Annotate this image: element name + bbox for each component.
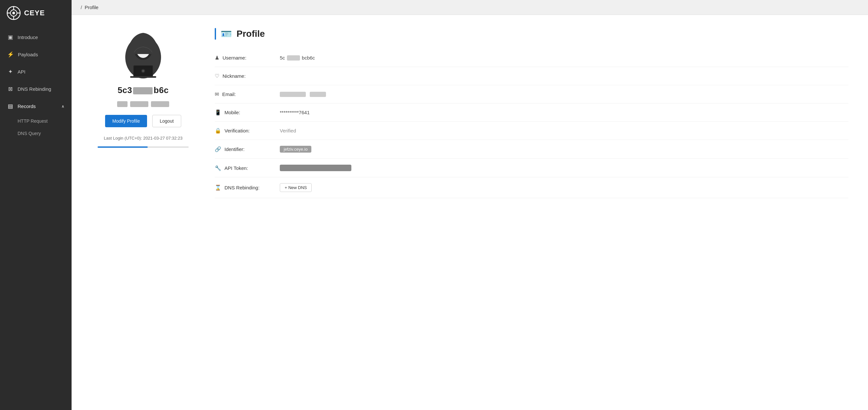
- dns-rebinding-icon: ⊠: [7, 86, 14, 92]
- svg-rect-15: [130, 76, 156, 78]
- email-icon: ✉: [215, 91, 219, 97]
- sidebar-item-introduce[interactable]: ▣ Introduce: [0, 29, 71, 46]
- token-block-1: [117, 101, 127, 107]
- sidebar-item-label: Records: [18, 103, 36, 109]
- email-blur-1: [280, 92, 306, 97]
- username-icon: ♟: [215, 55, 219, 61]
- sidebar-item-label: DNS Rebinding: [18, 86, 51, 92]
- profile-title: 🪪 Profile: [215, 28, 848, 40]
- sidebar-item-http-request[interactable]: HTTP Request: [0, 115, 71, 127]
- info-row-verification: 🔒 Verification: Verified: [215, 122, 848, 140]
- verification-value: Verified: [280, 128, 296, 133]
- username-display: 5c3b6c: [118, 85, 168, 95]
- username-blur: [287, 55, 300, 61]
- breadcrumb-separator: /: [81, 5, 82, 10]
- verification-icon: 🔒: [215, 128, 221, 134]
- sidebar-item-records[interactable]: ▤ Records ∧: [0, 98, 71, 115]
- nickname-label: ♡ Nickname:: [215, 73, 280, 79]
- info-row-username: ♟ Username: 5c bcb6c: [215, 49, 848, 67]
- username-label: ♟ Username:: [215, 55, 280, 61]
- token-block-3: [151, 101, 169, 107]
- action-buttons: Modify Profile Logout: [105, 115, 181, 127]
- identifier-badge: jefziv.ceye.io: [280, 146, 311, 153]
- dns-rebinding-field-icon: ⌛: [215, 185, 221, 191]
- info-row-api-token: 🔧 API Token:: [215, 159, 848, 177]
- identifier-label: 🔗 Identifier:: [215, 146, 280, 152]
- sub-item-label: HTTP Request: [18, 119, 48, 124]
- new-dns-button[interactable]: + New DNS: [280, 183, 312, 192]
- records-sub-nav: HTTP Request DNS Query: [0, 115, 71, 139]
- profile-title-icon: 🪪: [221, 29, 232, 39]
- svg-point-14: [142, 70, 144, 72]
- mobile-label: 📱 Mobile:: [215, 109, 280, 116]
- payloads-icon: ⚡: [7, 51, 14, 58]
- email-value: [280, 92, 326, 97]
- sidebar-item-api[interactable]: ✦ API: [0, 63, 71, 81]
- token-bar: [117, 101, 169, 107]
- email-blur-2: [310, 92, 326, 97]
- logo-text: CEYE: [24, 9, 45, 17]
- sidebar-item-label: Introduce: [18, 34, 38, 40]
- info-row-nickname: ♡ Nickname:: [215, 67, 848, 85]
- logout-button[interactable]: Logout: [152, 115, 181, 127]
- dns-rebinding-value: + New DNS: [280, 183, 312, 192]
- sidebar-item-label: API: [18, 69, 25, 74]
- api-token-blur: [280, 165, 351, 171]
- mobile-value: **********7641: [280, 109, 310, 115]
- username-value: 5c bcb6c: [280, 55, 315, 61]
- info-row-mobile: 📱 Mobile: **********7641: [215, 103, 848, 122]
- modify-profile-button[interactable]: Modify Profile: [105, 115, 147, 127]
- sidebar-item-label: Payloads: [18, 52, 38, 57]
- logo-container: CEYE: [0, 0, 71, 26]
- sidebar-item-payloads[interactable]: ⚡ Payloads: [0, 46, 71, 63]
- dns-rebinding-label: ⌛ DNS Rebinding:: [215, 185, 280, 191]
- content-area: 5c3b6c Modify Profile Logout Last Login …: [71, 15, 868, 410]
- info-row-email: ✉ Email:: [215, 85, 848, 103]
- sidebar: CEYE ▣ Introduce ⚡ Payloads ✦ API ⊠ DNS …: [0, 0, 71, 410]
- info-row-identifier: 🔗 Identifier: jefziv.ceye.io: [215, 140, 848, 159]
- last-login: Last Login (UTC+0): 2021-03-27 07:32:23: [104, 136, 183, 140]
- api-token-icon: 🔧: [215, 165, 221, 171]
- token-block-2: [130, 101, 148, 107]
- avatar: [117, 28, 169, 80]
- info-row-dns-rebinding: ⌛ DNS Rebinding: + New DNS: [215, 177, 848, 198]
- profile-section-heading: Profile: [237, 29, 265, 39]
- username-blur-1: [133, 87, 153, 94]
- sub-item-label: DNS Query: [18, 131, 41, 136]
- api-token-value: [280, 165, 351, 171]
- api-icon: ✦: [7, 68, 14, 75]
- progress-bar: [98, 147, 189, 148]
- api-token-label: 🔧 API Token:: [215, 165, 280, 171]
- sidebar-item-dns-rebinding[interactable]: ⊠ DNS Rebinding: [0, 81, 71, 98]
- sidebar-navigation: ▣ Introduce ⚡ Payloads ✦ API ⊠ DNS Rebin…: [0, 29, 71, 139]
- main-content: / Profile: [71, 0, 868, 410]
- right-panel: 🪪 Profile ♟ Username: 5c bcb6c ♡: [215, 28, 848, 198]
- logo-icon: [6, 6, 21, 20]
- breadcrumb: / Profile: [71, 0, 868, 15]
- sidebar-item-dns-query[interactable]: DNS Query: [0, 127, 71, 139]
- chevron-up-icon: ∧: [61, 104, 64, 109]
- records-icon: ▤: [7, 103, 14, 109]
- left-panel: 5c3b6c Modify Profile Logout Last Login …: [91, 28, 195, 148]
- profile-title-bar: [215, 28, 216, 40]
- verification-label: 🔒 Verification:: [215, 128, 280, 134]
- identifier-icon: 🔗: [215, 146, 221, 152]
- progress-bar-fill: [98, 147, 148, 148]
- nickname-icon: ♡: [215, 73, 219, 79]
- mobile-icon: 📱: [215, 109, 221, 116]
- introduce-icon: ▣: [7, 34, 14, 41]
- svg-point-6: [12, 12, 15, 14]
- breadcrumb-current: Profile: [85, 5, 99, 10]
- email-label: ✉ Email:: [215, 91, 280, 97]
- identifier-value: jefziv.ceye.io: [280, 146, 311, 153]
